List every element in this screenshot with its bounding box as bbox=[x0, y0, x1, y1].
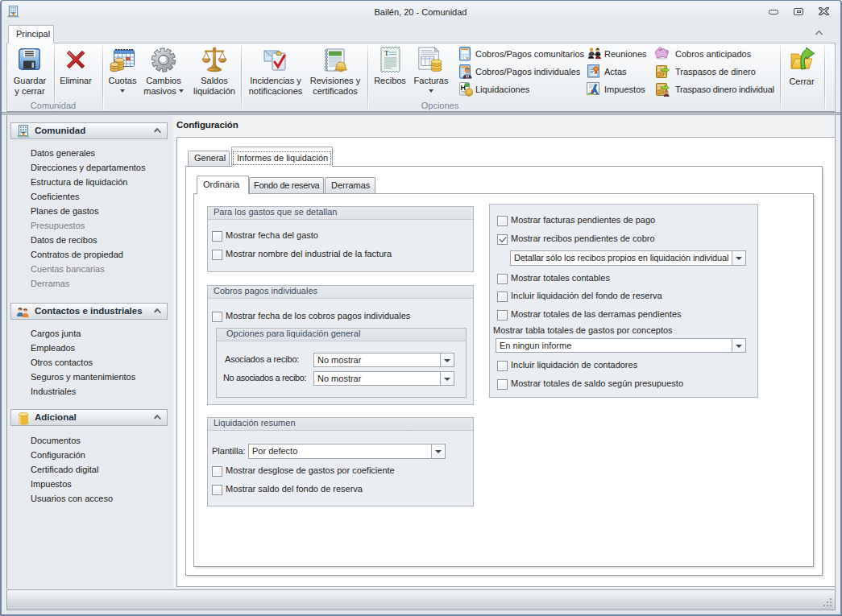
svg-text:T: T bbox=[384, 50, 389, 57]
